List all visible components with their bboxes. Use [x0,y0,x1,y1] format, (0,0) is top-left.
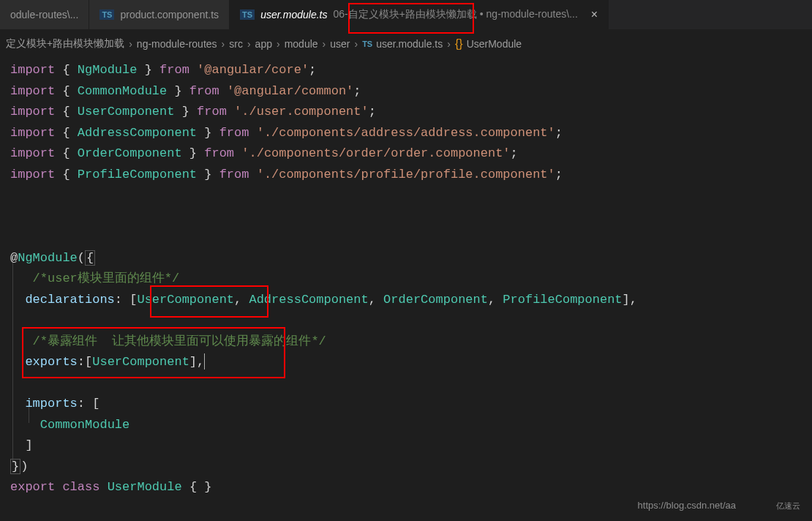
tab-product[interactable]: TS product.component.ts [89,0,230,29]
watermark-text: https://blog.csdn.net/aa [638,500,736,511]
tab-label: odule-routes\... [10,9,78,20]
code-line: declarations: [UserComponent, AddressCom… [10,290,802,311]
tab-user-module[interactable]: TS user.module.ts 06-自定义模块+路由模块懒加载 • ng-… [230,0,609,29]
code-line: @NgModule({ [10,248,802,269]
code-line: import { NgModule } from '@angular/core'… [10,60,802,81]
code-line: CommonModule [10,415,802,436]
code-line: /*user模块里面的组件*/ [10,269,802,290]
code-line: export class UserModule { } [10,477,802,498]
chevron-right-icon: › [247,38,251,50]
code-line: import { CommonModule } from '@angular/c… [10,81,802,102]
tab-description: 06-自定义模块+路由模块懒加载 • ng-module-routes\... [333,8,577,21]
chevron-right-icon: › [323,38,326,50]
crumb[interactable]: src [229,38,243,50]
watermark-brand: 亿速云 [776,501,800,511]
code-line: }) [10,457,802,478]
code-line: /*暴露组件 让其他模块里面可以使用暴露的组件*/ [10,331,802,353]
crumb[interactable]: app [255,38,272,50]
crumb-symbol[interactable]: {}UserModule [455,37,522,50]
tab-label: product.component.ts [120,9,219,20]
code-line: import { AddressComponent } from './comp… [10,123,802,144]
editor[interactable]: import { NgModule } from '@angular/core'… [0,54,812,504]
tab-label: user.module.ts [260,9,327,20]
class-icon: {} [455,37,463,50]
typescript-icon: TS [240,10,255,20]
code-line: import { UserComponent } from './user.co… [10,102,802,123]
chevron-right-icon: › [447,38,451,50]
breadcrumb[interactable]: 定义模块+路由模块懒加载 › ng-module-routes › src › … [0,34,812,54]
tab-bar: odule-routes\... TS product.component.ts… [0,0,812,29]
code-line: import { OrderComponent } from './compon… [10,143,802,165]
crumb[interactable]: ng-module-routes [137,38,217,50]
chevron-right-icon: › [354,38,358,50]
typescript-icon: TS [362,40,372,48]
code-line: imports: [ [10,394,802,415]
typescript-icon: TS [99,10,114,20]
code-line: ] [10,435,802,457]
close-icon[interactable]: × [591,8,598,21]
crumb[interactable]: 定义模块+路由模块懒加载 [6,37,124,50]
chevron-right-icon: › [277,38,280,50]
crumb-file[interactable]: TSuser.module.ts [362,38,443,50]
crumb[interactable]: user [330,38,350,50]
chevron-right-icon: › [129,38,132,50]
code-line: exports:[UserComponent], [10,352,802,373]
code-line: import { ProfileComponent } from './comp… [10,165,802,186]
crumb[interactable]: module [285,38,318,50]
tab-partial[interactable]: odule-routes\... [0,0,89,29]
text-cursor [204,353,205,370]
chevron-right-icon: › [222,38,225,50]
